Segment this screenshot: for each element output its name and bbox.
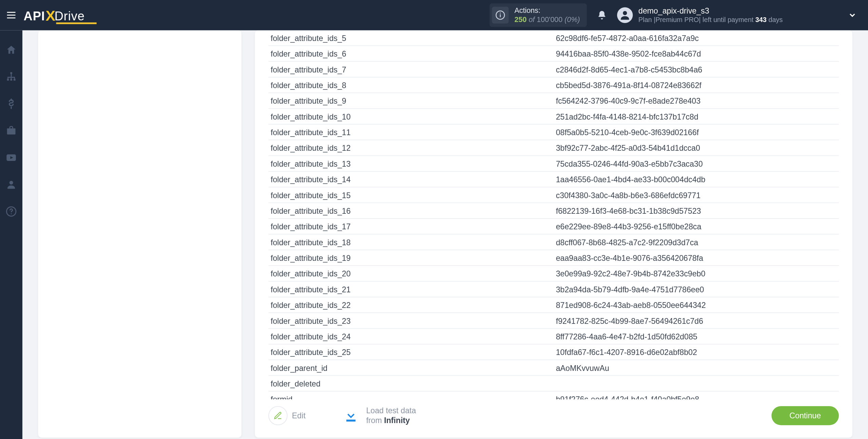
svg-point-16: [11, 213, 12, 214]
svg-rect-5: [500, 13, 501, 13]
table-key: folder_attribute_ids_23: [269, 313, 554, 328]
table-value: 62c98df6-fe57-4872-a0aa-616fa32a7a9c: [554, 30, 839, 46]
table-row: folder_attribute_ids_213b2a94da-5b79-4df…: [269, 281, 839, 297]
chevron-down-icon[interactable]: [846, 8, 859, 22]
hamburger-menu-icon[interactable]: [3, 0, 19, 30]
table-value: b91f276c-eed4-442d-b4e1-f40a0bf5e9e8: [554, 391, 839, 399]
table-value: f9241782-825c-4b99-8ae7-56494261c7d6: [554, 313, 839, 328]
sidebar-briefcase-icon[interactable]: [3, 122, 20, 139]
table-value: cb5bed5d-3876-491a-8f14-08724e83662f: [554, 77, 839, 93]
table-key: folder_attribute_ids_24: [269, 329, 554, 344]
edit-button[interactable]: [269, 406, 288, 425]
table-value: c30f4380-3a0c-4a8b-b6e3-686efdc69771: [554, 187, 839, 203]
actions-used: 250: [514, 15, 527, 24]
table-key: folder_attribute_ids_6: [269, 46, 554, 61]
left-panel: [38, 30, 241, 437]
sidebar-home-icon[interactable]: [3, 42, 20, 59]
sidebar-youtube-icon[interactable]: [3, 149, 20, 166]
table-row: folder_attribute_ids_1375cda355-0246-44f…: [269, 156, 839, 171]
sidebar: [0, 30, 22, 439]
sidebar-user-icon[interactable]: [3, 176, 20, 193]
load-test-data-button[interactable]: Load test data from Infinity: [341, 406, 416, 425]
sidebar-dollar-icon[interactable]: [3, 96, 20, 112]
edit-label[interactable]: Edit: [292, 411, 305, 420]
plan-days-num: 343: [755, 16, 767, 24]
plan-suffix: | left until payment: [699, 16, 753, 24]
table-row: folder_attribute_ids_7c2846d2f-8d65-4ec1…: [269, 61, 839, 77]
table-key: folder_attribute_ids_19: [269, 250, 554, 266]
table-key: folder_attribute_ids_18: [269, 234, 554, 250]
user-meta: demo_apix-drive_s3 Plan |Premium PRO| le…: [638, 6, 783, 24]
logo[interactable]: APIXDrive: [24, 6, 85, 24]
svg-rect-9: [10, 79, 12, 81]
table-value: 75cda355-0246-44fd-90a3-e5bb7c3aca30: [554, 156, 839, 171]
sidebar-help-icon[interactable]: [3, 203, 20, 220]
table-row: folder_attribute_ids_203e0e99a9-92c2-48e…: [269, 266, 839, 281]
actions-pct: (0%): [565, 15, 580, 24]
table-value: 1aa46556-0ae1-4bd4-ae33-b00c004dc4db: [554, 171, 839, 187]
table-value: 3e0e99a9-92c2-48e7-9b4b-8742e33c9eb0: [554, 266, 839, 281]
table-row: folder_attribute_ids_22871ed908-6c24-43a…: [269, 297, 839, 313]
bottom-bar: Edit Load test data from Infinity Contin…: [255, 399, 852, 438]
avatar-icon: [617, 7, 633, 23]
plan-prefix: Plan |: [638, 16, 655, 24]
logo-x: X: [45, 7, 56, 24]
table-value: 8ff77286-4aa6-4e47-b2fd-1d50fd62d085: [554, 329, 839, 344]
table-key: folder_attribute_ids_22: [269, 297, 554, 313]
info-icon: [492, 7, 509, 24]
table-key: folder_parent_id: [269, 360, 554, 375]
table-row: folder_attribute_ids_18d8cff067-8b68-482…: [269, 234, 839, 250]
load-line1: Load test data: [366, 406, 416, 416]
svg-rect-4: [500, 14, 501, 17]
table-value: 871ed908-6c24-43ab-aeb8-0550ee644342: [554, 297, 839, 313]
svg-rect-7: [10, 72, 12, 74]
sidebar-sitemap-icon[interactable]: [3, 68, 20, 85]
svg-point-6: [623, 11, 627, 15]
table-row: folder_deleted: [269, 376, 839, 391]
load-text: Load test data from Infinity: [366, 406, 416, 425]
table-row: folder_attribute_ids_16f6822139-16f3-4e6…: [269, 203, 839, 218]
table-key: folder_attribute_ids_14: [269, 171, 554, 187]
table-row: folder_attribute_ids_2510fdfa67-f6c1-420…: [269, 344, 839, 360]
table-row: folder_parent_idaAoMKvvuwAu: [269, 360, 839, 375]
table-value: d8cff067-8b68-4825-a7c2-9f2209d3d7ca: [554, 234, 839, 250]
table-key: folder_attribute_ids_13: [269, 156, 554, 171]
bell-icon[interactable]: [593, 7, 610, 24]
main-panel: folder_attribute_ids_562c98df6-fe57-4872…: [255, 30, 852, 437]
svg-rect-8: [7, 79, 9, 81]
table-value: e6e229ee-89e8-44b3-9256-e15ff0be28ca: [554, 218, 839, 234]
user-menu[interactable]: demo_apix-drive_s3 Plan |Premium PRO| le…: [617, 6, 783, 24]
table-value: f6822139-16f3-4e68-bc31-1b38c9d57523: [554, 203, 839, 218]
table-row: folder_attribute_ids_694416baa-85f0-438e…: [269, 46, 839, 61]
table-key: folder_attribute_ids_20: [269, 266, 554, 281]
table-value: 3b2a94da-5b79-4dfb-9a4e-4751d7786ee0: [554, 281, 839, 297]
table-key: folder_deleted: [269, 376, 554, 391]
table-row: folder_attribute_ids_123bf92c77-2abc-4f2…: [269, 140, 839, 155]
table-value: eaa9aa83-cc3e-4b1e-9076-a356420678fa: [554, 250, 839, 266]
table-key: folder_attribute_ids_10: [269, 108, 554, 124]
table-key: folder_attribute_ids_25: [269, 344, 554, 360]
svg-rect-11: [7, 128, 16, 134]
actions-of: of: [529, 15, 535, 24]
table-value: [554, 376, 839, 391]
table-row: folder_attribute_ids_17e6e229ee-89e8-44b…: [269, 218, 839, 234]
table-value: 10fdfa67-f6c1-4207-8916-d6e02abf8b02: [554, 344, 839, 360]
svg-point-14: [9, 181, 13, 185]
table-key: folder_attribute_ids_17: [269, 218, 554, 234]
actions-counter[interactable]: Actions: 250 of 100'000 (0%): [490, 3, 587, 27]
table-key: folder_attribute_ids_21: [269, 281, 554, 297]
data-table: folder_attribute_ids_562c98df6-fe57-4872…: [269, 30, 839, 399]
table-row: folder_attribute_ids_15c30f4380-3a0c-4a8…: [269, 187, 839, 203]
load-from: from: [366, 416, 382, 424]
table-row: folder_attribute_ids_248ff77286-4aa6-4e4…: [269, 329, 839, 344]
table-key: formid: [269, 391, 554, 399]
table-row: folder_attribute_ids_562c98df6-fe57-4872…: [269, 30, 839, 46]
svg-rect-10: [14, 79, 16, 81]
table-key: folder_attribute_ids_11: [269, 124, 554, 140]
load-source: Infinity: [384, 416, 410, 424]
actions-label: Actions:: [514, 6, 580, 15]
table-key: folder_attribute_ids_15: [269, 187, 554, 203]
continue-button[interactable]: Continue: [771, 406, 839, 425]
data-table-wrapper: folder_attribute_ids_562c98df6-fe57-4872…: [255, 30, 852, 399]
table-key: folder_attribute_ids_12: [269, 140, 554, 155]
